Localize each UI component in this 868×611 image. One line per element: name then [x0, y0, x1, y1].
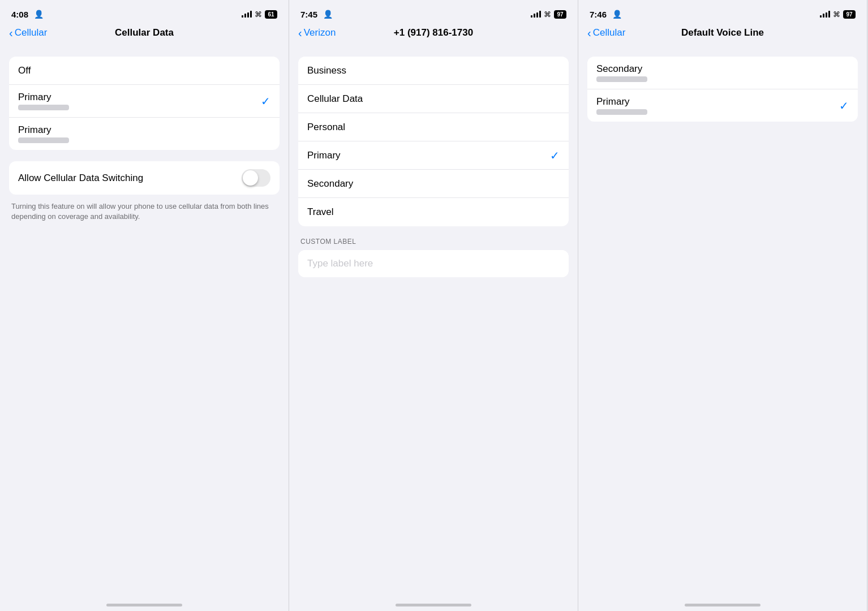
list-item-off[interactable]: Off [9, 57, 280, 85]
battery-2: 97 [554, 10, 566, 19]
secondary-subtitle-p3 [596, 76, 647, 82]
status-icons-2: ⌘ 97 [531, 10, 566, 19]
signal-bar-1 [242, 15, 243, 18]
primary2-title: Primary [18, 124, 69, 136]
chevron-left-icon-3: ‹ [587, 27, 591, 38]
cellular-description: Turning this feature on will allow your … [9, 201, 280, 222]
signal-bar-4 [250, 11, 252, 18]
list-item-business[interactable]: Business [298, 57, 569, 85]
list-item-primary2[interactable]: Primary [9, 118, 280, 150]
primary1-content: Primary [18, 92, 69, 110]
custom-label-header: CUSTOM LABEL [298, 238, 569, 250]
status-bar-1: 4:08 👤 ⌘ 61 [0, 0, 289, 25]
wifi-icon-2: ⌘ [544, 10, 551, 19]
wifi-icon-1: ⌘ [255, 10, 262, 19]
signal-bar-2-3 [536, 12, 538, 18]
person-icon-2: 👤 [323, 10, 333, 19]
nav-title-3: Default Voice Line [681, 27, 764, 38]
status-time-3: 7:46 [590, 10, 607, 19]
signal-bar-3-1 [820, 15, 822, 18]
back-label-2: Verizon [304, 27, 336, 38]
nav-bar-3: ‹ Cellular Default Voice Line [578, 25, 867, 45]
label-list: Business Cellular Data Personal Primary … [298, 57, 569, 226]
home-indicator-1 [106, 604, 182, 606]
content-2: Business Cellular Data Personal Primary … [289, 45, 578, 611]
personal-title: Personal [307, 122, 345, 133]
status-time-1: 4:08 [11, 10, 28, 19]
list-item-secondary-p3[interactable]: Secondary [587, 57, 858, 89]
signal-bar-3 [247, 12, 249, 18]
back-button-1[interactable]: ‹ Cellular [9, 27, 47, 38]
status-bar-2: 7:45 👤 ⌘ 97 [289, 0, 578, 25]
home-indicator-2 [396, 604, 471, 606]
nav-bar-1: ‹ Cellular Cellular Data [0, 25, 289, 45]
panel-default-voice: 7:46 👤 ⌘ 97 ‹ Cellular Default Voice Lin… [578, 0, 867, 611]
signal-bar-2 [244, 14, 246, 18]
signal-bar-2-1 [531, 15, 532, 18]
list-item-secondary-p2[interactable]: Secondary [298, 170, 569, 198]
item-off-label: Off [18, 65, 31, 76]
toggle-knob-cellular [243, 170, 258, 186]
voice-line-list: Secondary Primary ✓ [587, 57, 858, 122]
panel-cellular-data: 4:08 👤 ⌘ 61 ‹ Cellular Cellular Data O [0, 0, 289, 611]
chevron-left-icon-1: ‹ [9, 27, 13, 38]
primary-title-p2: Primary [307, 150, 341, 161]
primary1-subtitle [18, 105, 69, 110]
signal-bar-2-4 [539, 11, 541, 18]
toggle-switch-cellular[interactable] [242, 169, 270, 187]
primary-content-p3: Primary [596, 96, 647, 115]
signal-bar-3-3 [826, 12, 827, 18]
person-icon-1: 👤 [34, 10, 44, 19]
secondary-title-p3: Secondary [596, 63, 647, 75]
person-icon-3: 👤 [612, 10, 622, 19]
secondary-content-p3: Secondary [596, 63, 647, 82]
battery-1: 61 [265, 10, 277, 19]
list-item-travel[interactable]: Travel [298, 198, 569, 226]
cellular-data-title: Cellular Data [307, 93, 363, 105]
checkmark-primary-p3: ✓ [839, 99, 849, 113]
signal-bar-3-2 [823, 14, 824, 18]
signal-bar-2-2 [534, 14, 535, 18]
primary2-content: Primary [18, 124, 69, 143]
back-label-1: Cellular [15, 27, 48, 38]
list-item-primary-p2[interactable]: Primary ✓ [298, 141, 569, 170]
primary-title-p3: Primary [596, 96, 647, 107]
checkmark-primary-p2: ✓ [550, 149, 560, 162]
status-icons-3: ⌘ 97 [820, 10, 856, 19]
toggle-label-cellular: Allow Cellular Data Switching [18, 173, 143, 184]
business-title: Business [307, 65, 346, 76]
content-1: Off Primary ✓ Primary Allow Cellular Dat… [0, 45, 289, 611]
primary-subtitle-p3 [596, 109, 647, 115]
checkmark-primary1: ✓ [261, 94, 270, 108]
nav-phone-2: +1 (917) 816-1730 [394, 27, 473, 38]
wifi-icon-3: ⌘ [833, 10, 840, 19]
signal-bar-3-4 [828, 11, 830, 18]
toggle-row-cellular: Allow Cellular Data Switching [9, 161, 280, 195]
status-bar-3: 7:46 👤 ⌘ 97 [578, 0, 867, 25]
nav-bar-2: ‹ Verizon +1 (917) 816-1730 [289, 25, 578, 45]
panel-phone-label: 7:45 👤 ⌘ 97 ‹ Verizon +1 (917) 816-1730 … [289, 0, 578, 611]
nav-title-1: Cellular Data [115, 27, 174, 38]
list-item-personal[interactable]: Personal [298, 113, 569, 141]
secondary-title-p2: Secondary [307, 178, 353, 190]
list-item-primary1[interactable]: Primary ✓ [9, 85, 280, 118]
back-label-3: Cellular [593, 27, 626, 38]
primary2-subtitle [18, 137, 69, 143]
back-button-2[interactable]: ‹ Verizon [298, 27, 336, 38]
list-item-cellular-data[interactable]: Cellular Data [298, 85, 569, 113]
signal-bars-1 [242, 11, 252, 18]
list-item-primary-p3[interactable]: Primary ✓ [587, 89, 858, 122]
battery-3: 97 [843, 10, 856, 19]
home-indicator-3 [685, 604, 760, 606]
primary1-title: Primary [18, 92, 69, 103]
cellular-data-list: Off Primary ✓ Primary [9, 57, 280, 150]
custom-label-group: Type label here [298, 250, 569, 277]
status-icons-1: ⌘ 61 [242, 10, 277, 19]
custom-label-input[interactable]: Type label here [298, 250, 569, 277]
status-time-2: 7:45 [300, 10, 317, 19]
chevron-left-icon-2: ‹ [298, 27, 302, 38]
back-button-3[interactable]: ‹ Cellular [587, 27, 625, 38]
signal-bars-2 [531, 11, 541, 18]
content-3: Secondary Primary ✓ [578, 45, 867, 611]
signal-bars-3 [820, 11, 830, 18]
